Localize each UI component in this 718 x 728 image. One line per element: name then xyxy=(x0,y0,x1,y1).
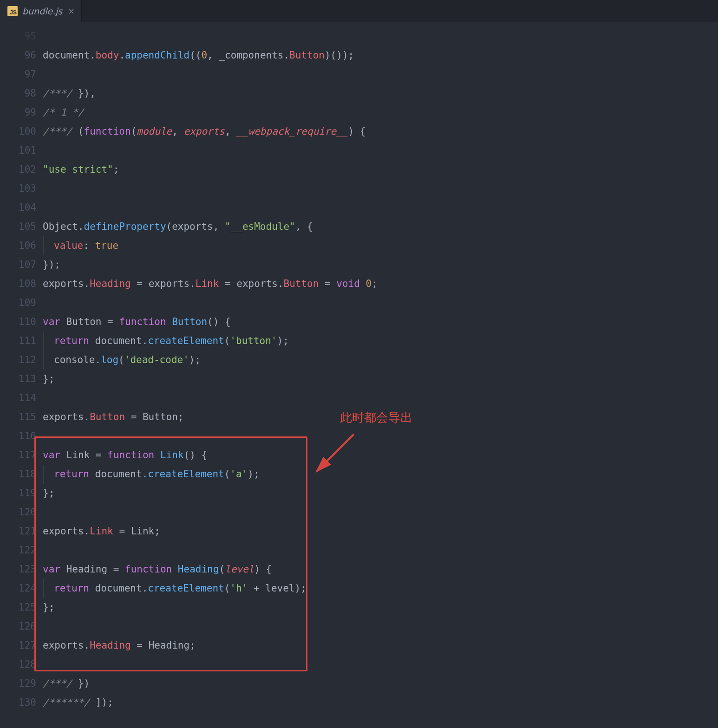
code-line[interactable]: }; xyxy=(43,598,718,617)
code-line[interactable] xyxy=(43,389,718,408)
line-number: 101 xyxy=(0,141,36,160)
line-number: 121 xyxy=(0,522,36,541)
code-line[interactable]: }; xyxy=(43,484,718,503)
line-number: 122 xyxy=(0,541,36,560)
line-number: 108 xyxy=(0,274,36,293)
line-number: 114 xyxy=(0,389,36,408)
line-number: 130 xyxy=(0,693,36,712)
line-number: 106 xyxy=(0,236,36,255)
line-number: 107 xyxy=(0,255,36,274)
code-line[interactable]: exports.Heading = exports.Link = exports… xyxy=(43,274,718,293)
line-number: 109 xyxy=(0,293,36,312)
code-editor[interactable]: 9596979899100101102103104105106107108109… xyxy=(0,22,718,728)
line-number: 105 xyxy=(0,217,36,236)
line-number: 95 xyxy=(0,27,36,46)
line-number: 99 xyxy=(0,103,36,122)
code-line[interactable] xyxy=(43,65,718,84)
tab-bundle-js[interactable]: JS bundle.js × xyxy=(0,0,82,22)
code-line[interactable] xyxy=(43,293,718,312)
code-line[interactable]: var Button = function Button() { xyxy=(43,312,718,332)
line-number: 123 xyxy=(0,560,36,579)
line-number: 117 xyxy=(0,446,36,465)
code-line[interactable]: /***/ (function(module, exports, __webpa… xyxy=(43,122,718,141)
line-number: 127 xyxy=(0,636,36,655)
code-line[interactable] xyxy=(43,541,718,560)
line-number: 119 xyxy=(0,484,36,503)
code-line[interactable]: }; xyxy=(43,370,718,389)
line-number: 110 xyxy=(0,312,36,332)
code-area[interactable]: document.body.appendChild((0, _component… xyxy=(43,27,718,728)
code-line[interactable]: var Heading = function Heading(level) { xyxy=(43,560,718,579)
line-number-gutter: 9596979899100101102103104105106107108109… xyxy=(0,27,43,728)
line-number: 128 xyxy=(0,655,36,674)
code-line[interactable]: console.log('dead-code'); xyxy=(43,351,718,370)
line-number: 115 xyxy=(0,408,36,427)
tab-filename: bundle.js xyxy=(22,6,62,16)
code-line[interactable]: exports.Heading = Heading; xyxy=(43,636,718,655)
code-line[interactable]: var Link = function Link() { xyxy=(43,446,718,465)
line-number: 96 xyxy=(0,46,36,65)
line-number: 112 xyxy=(0,351,36,370)
annotation-text: 此时都会导出 xyxy=(340,410,412,426)
code-line[interactable]: /* 1 */ xyxy=(43,103,718,122)
line-number: 120 xyxy=(0,503,36,522)
line-number: 102 xyxy=(0,160,36,179)
line-number: 98 xyxy=(0,84,36,103)
code-line[interactable]: return document.createElement('button'); xyxy=(43,332,718,351)
line-number: 104 xyxy=(0,198,36,217)
code-line[interactable] xyxy=(43,503,718,522)
line-number: 100 xyxy=(0,122,36,141)
code-line[interactable]: exports.Link = Link; xyxy=(43,522,718,541)
line-number: 125 xyxy=(0,598,36,617)
tab-bar: JS bundle.js × xyxy=(0,0,718,22)
code-line[interactable] xyxy=(43,141,718,160)
code-line[interactable] xyxy=(43,655,718,674)
code-line[interactable] xyxy=(43,617,718,636)
code-line[interactable] xyxy=(43,427,718,446)
line-number: 126 xyxy=(0,617,36,636)
line-number: 129 xyxy=(0,674,36,693)
line-number: 103 xyxy=(0,179,36,198)
code-line[interactable] xyxy=(43,179,718,198)
code-line[interactable] xyxy=(43,27,718,46)
line-number: 116 xyxy=(0,427,36,446)
code-line[interactable]: /***/ }) xyxy=(43,674,718,693)
line-number: 111 xyxy=(0,332,36,351)
code-line[interactable] xyxy=(43,198,718,217)
code-line[interactable]: "use strict"; xyxy=(43,160,718,179)
code-line[interactable]: document.body.appendChild((0, _component… xyxy=(43,46,718,65)
code-line[interactable]: return document.createElement('h' + leve… xyxy=(43,579,718,598)
line-number: 118 xyxy=(0,465,36,484)
code-line[interactable]: /***/ }), xyxy=(43,84,718,103)
line-number: 113 xyxy=(0,370,36,389)
code-line[interactable]: /******/ ]); xyxy=(43,693,718,712)
code-line[interactable]: value: true xyxy=(43,236,718,255)
line-number: 124 xyxy=(0,579,36,598)
close-icon[interactable]: × xyxy=(68,6,74,16)
javascript-file-icon: JS xyxy=(7,6,18,16)
code-line[interactable]: Object.defineProperty(exports, "__esModu… xyxy=(43,217,718,236)
code-line[interactable]: return document.createElement('a'); xyxy=(43,465,718,484)
code-line[interactable]: }); xyxy=(43,255,718,274)
line-number: 97 xyxy=(0,65,36,84)
